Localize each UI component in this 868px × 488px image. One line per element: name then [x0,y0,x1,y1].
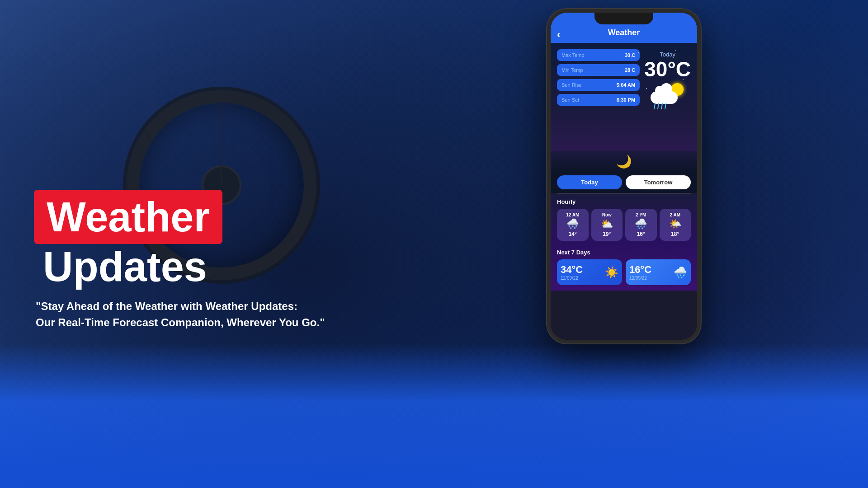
stat-sunrise: Sun Rise 5:04 AM [557,79,640,91]
stat-sunset: Sun Set 6:30 PM [557,94,640,106]
hour-2pm-temp: 16° [637,231,645,237]
day-cool-date: 12/09/22 [629,276,651,281]
rain-line-4 [664,103,666,109]
day-cool-temp: 16°C [629,264,651,276]
hour-12am-temp: 14° [569,231,577,237]
weather-main: Today 30°C [644,49,691,148]
today-label: Today [660,51,675,58]
left-text-section: Weather Updates "Stay Ahead of the Weath… [34,190,325,331]
seven-day-cards: 34°C 12/09/22 ☀️ 16°C 12/09/22 🌧️ [557,259,691,285]
rain-line-2 [657,103,659,109]
stat-min-temp-label: Min Temp [561,67,583,73]
hour-now-icon: ⛅ [601,219,613,229]
phone-header-title: Weather [608,28,640,38]
back-button[interactable]: ‹ [557,29,560,41]
tab-tomorrow[interactable]: Tomorrow [626,175,691,189]
hourly-card-12am: 12 AM 🌨️ 14° [557,209,589,241]
forecast-tabs: Today Tomorrow [551,172,697,193]
rain-line-1 [653,103,655,109]
hour-now-label: Now [602,212,612,217]
stat-sunrise-label: Sun Rise [561,82,582,88]
day-card-cool: 16°C 12/09/22 🌧️ [626,259,691,285]
stat-sunset-label: Sun Set [561,97,579,103]
day-warm-date: 12/09/22 [561,276,583,281]
hour-2am-icon: 🌤️ [669,219,681,229]
phone-notch [594,13,653,24]
temperature-display: 30°C [644,59,691,80]
weather-icon-main [650,82,686,109]
hourly-card-2pm: 2 PM 🌧️ 16° [625,209,657,241]
tagline-line2: Our Real-Time Forecast Companion, Wherev… [36,314,325,331]
stat-sunset-value: 6:30 PM [617,97,636,103]
tagline: "Stay Ahead of the Weather with Weather … [36,298,325,331]
hour-12am-icon: 🌨️ [566,219,579,229]
hour-12am-label: 12 AM [566,212,579,217]
moon-icon: 🌙 [616,154,632,169]
moon-area: 🌙 [551,151,697,172]
bottom-gradient-band [0,343,868,488]
stat-min-temp-value: 28 C [625,67,635,73]
rain-lines-icon [654,103,666,109]
hour-2pm-label: 2 PM [636,212,646,217]
day-cool-info: 16°C 12/09/22 [629,264,651,281]
tab-today[interactable]: Today [557,175,622,189]
hourly-section: Hourly 12 AM 🌨️ 14° Now ⛅ 19° 2 PM 🌧️ [551,194,697,245]
hour-2am-label: 2 AM [670,212,680,217]
phone-mockup: ‹ Weather Max Temp [547,9,701,470]
stat-max-temp-label: Max Temp [561,52,585,58]
stat-max-temp-value: 30 C [625,52,635,58]
stat-max-temp: Max Temp 30 C [557,49,640,61]
day-warm-icon: ☀️ [605,266,618,279]
weather-info-area: Max Temp 30 C Min Temp 28 C Sun Rise 5:0… [551,43,697,151]
hourly-card-2am: 2 AM 🌤️ 18° [660,209,691,241]
stat-sunrise-value: 5:04 AM [616,82,635,88]
day-warm-info: 34°C 12/09/22 [561,264,583,281]
hourly-title: Hourly [557,198,691,205]
rain-line-3 [660,103,662,109]
weather-badge: Weather [34,190,222,244]
weather-stats: Max Temp 30 C Min Temp 28 C Sun Rise 5:0… [557,49,640,148]
cloud-icon [651,91,678,104]
hour-now-temp: 19° [603,231,611,237]
day-warm-temp: 34°C [561,264,583,276]
hour-2pm-icon: 🌧️ [635,219,647,229]
day-card-warm: 34°C 12/09/22 ☀️ [557,259,622,285]
phone-frame: ‹ Weather Max Temp [547,9,701,343]
seven-day-section: Next 7 Days 34°C 12/09/22 ☀️ 16°C 12/09/… [551,245,697,291]
tagline-line1: "Stay Ahead of the Weather with Weather … [36,298,325,314]
seven-day-title: Next 7 Days [557,249,691,256]
hour-2am-temp: 18° [671,231,679,237]
phone-screen: ‹ Weather Max Temp [551,13,697,340]
hourly-card-now: Now ⛅ 19° [591,209,623,241]
stat-min-temp: Min Temp 28 C [557,64,640,76]
updates-title: Updates [43,246,325,287]
badge-text: Weather [47,194,210,240]
hourly-cards: 12 AM 🌨️ 14° Now ⛅ 19° 2 PM 🌧️ 16° [557,209,691,241]
day-cool-icon: 🌧️ [674,266,687,279]
